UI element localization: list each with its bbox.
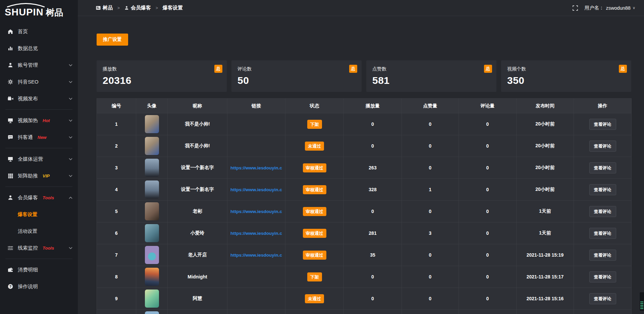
sidebar-item-douyin-seo[interactable]: 抖音SEO [0,73,78,90]
video-link[interactable]: https://www.iesdouyin.c [230,165,282,170]
view-comments-button[interactable]: 查看评论 [589,119,616,130]
breadcrumb-item-member-baoke[interactable]: 会员爆客 [124,5,151,11]
cell-likes: 0 [402,288,459,310]
status-badge[interactable]: 审核通过 [303,185,326,194]
video-table: 编号 头像 昵称 链接 状态 播放量 点赞量 评论量 发布时间 操作 1 我不是… [97,98,631,314]
sidebar-item-label: 抖音SEO [18,79,39,85]
view-comments-button[interactable]: 查看评论 [589,228,616,239]
stat-value: 581 [372,75,490,86]
sidebar-item-label: 会员爆客 [18,195,38,201]
status-badge[interactable]: 审核通过 [303,251,326,260]
breadcrumb-separator: > [154,6,159,10]
sidebar-item-video-publish[interactable]: 视频发布 [0,90,78,107]
table-row-partial [97,310,632,314]
breadcrumb-label: 爆客设置 [163,5,183,11]
view-comments-button[interactable]: 查看评论 [589,141,616,152]
view-comments-button[interactable]: 查看评论 [589,293,616,304]
chevron-down-icon [69,119,72,122]
caret-down-icon: ∨ [633,6,635,10]
table-header-row: 编号 头像 昵称 链接 状态 播放量 点赞量 评论量 发布时间 操作 [97,99,632,113]
sidebar-item-consumption-details[interactable]: 消费明细 [0,261,78,278]
sidebar-item-matrix-boost[interactable]: 矩阵助推 VIP [0,167,78,184]
sidebar-item-operation-instructions[interactable]: ? 操作说明 [0,278,78,295]
col-header-id: 编号 [97,99,136,113]
col-header-actions: 操作 [574,99,632,113]
promo-settings-button[interactable]: 推广设置 [97,34,128,46]
logo-text-en: SHUPIN [5,7,44,18]
sidebar-subitem-activity-settings[interactable]: 活动设置 [0,223,78,240]
sidebar-item-label: 账号管理 [18,62,38,68]
cell-nickname: 小爱玲 [168,222,227,244]
sidebar-item-home[interactable]: 首页 [0,23,78,40]
status-badge[interactable]: 审核通过 [303,163,326,172]
app-logo: SHUPIN 树品 [0,0,78,20]
sidebar-item-member-baoke[interactable]: 会员爆客 Tools [0,189,78,206]
cell-nickname: Midnight [168,266,227,288]
status-badge[interactable]: 下架 [307,272,322,281]
status-badge[interactable]: 未通过 [305,294,324,303]
view-comments-button[interactable]: 查看评论 [589,250,616,261]
cell-likes: 0 [402,201,459,222]
cell-publish-time: 20小时前 [517,179,574,201]
stat-label: 点赞数 [372,66,490,72]
sidebar-item-doukeTong[interactable]: 抖客通 New [0,129,78,146]
status-badge[interactable]: 审核通过 [303,229,326,238]
breadcrumb-item-baoke-settings[interactable]: 爆客设置 [163,5,183,11]
chevron-down-icon [69,81,72,83]
chevron-up-icon [69,197,72,199]
stat-cards: 播放数 20316 总 评论数 50 总 点赞数 581 总 视频个数 350 … [97,60,631,92]
stat-value: 50 [237,75,356,86]
cell-likes: 0 [402,157,459,179]
cell-nickname: 老彬 [168,201,227,222]
cell-nickname: 阿慧 [168,288,227,310]
cell-likes: 3 [402,222,459,244]
video-camera-icon [7,96,13,101]
cell-comments: 0 [459,201,517,222]
table-row: 5 老彬 https://www.iesdouyin.c 审核通过 0 0 0 … [97,201,632,222]
cell-comments: 0 [459,288,517,310]
video-link[interactable]: https://www.iesdouyin.c [230,253,282,258]
fullscreen-icon[interactable] [573,5,578,11]
user-icon [124,6,129,10]
view-comments-button[interactable]: 查看评论 [589,184,616,195]
sidebar-item-data-overview[interactable]: 数据总览 [0,40,78,57]
view-comments-button[interactable]: 查看评论 [589,271,616,282]
user-menu[interactable]: 用户名：zswodun88 ∨ [585,5,635,11]
sidebar-item-label: 视频加热 [18,117,38,124]
sidebar-subitem-baoke-settings[interactable]: 爆客设置 [0,206,78,223]
status-badge[interactable]: 审核通过 [303,207,326,216]
avatar [145,311,159,314]
chat-icon [7,135,13,140]
status-badge[interactable]: 未通过 [305,142,324,151]
avatar [145,115,159,133]
view-comments-button[interactable]: 查看评论 [589,162,616,173]
cell-comments: 0 [459,179,517,201]
logo-text-cn: 树品 [46,7,63,18]
sidebar-item-account-management[interactable]: 账号管理 [0,57,78,73]
stat-card-likes: 点赞数 581 总 [366,60,496,92]
video-link[interactable]: https://www.iesdouyin.c [230,209,282,214]
breadcrumb-item-shupin[interactable]: 树品 [96,5,113,11]
video-link[interactable]: https://www.iesdouyin.c [230,231,282,236]
status-badge[interactable]: 下架 [307,120,322,129]
cell-plays: 0 [344,288,402,310]
stat-label: 视频个数 [507,66,625,72]
sidebar-divider [5,187,72,187]
sidebar-item-label: 数据总览 [18,45,38,52]
cell-plays [344,310,402,314]
sidebar-item-all-media-operation[interactable]: 全媒体运营 [0,151,78,167]
stat-card-comments: 评论数 50 总 [231,60,362,92]
sidebar-divider [5,148,72,148]
cell-id: 8 [97,266,136,288]
cell-publish-time [517,310,574,314]
corner-widget-stripes [640,302,643,309]
video-link[interactable]: https://www.iesdouyin.c [230,187,282,192]
view-comments-button[interactable]: 查看评论 [589,206,616,217]
sidebar-item-clue-monitoring[interactable]: 线索监控 Tools [0,240,78,256]
sidebar-item-video-heating[interactable]: 视频加热 Hot [0,112,78,129]
cell-plays: 0 [344,201,402,222]
col-header-publish-time: 发布时间 [517,99,574,113]
sidebar-divider [5,109,72,110]
breadcrumb-label: 会员爆客 [131,5,151,11]
sidebar-item-label: 操作说明 [18,283,38,290]
